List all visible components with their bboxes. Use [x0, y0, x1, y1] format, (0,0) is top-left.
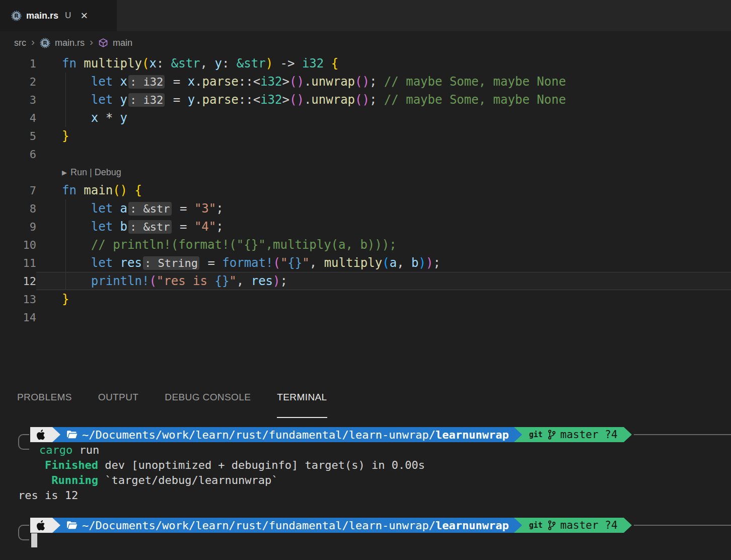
rust-icon: R [40, 38, 50, 48]
code-line-7[interactable]: 7fn main() { [0, 181, 731, 199]
indent-guide [65, 199, 66, 290]
terminal[interactable]: ~/Documents/work/learn/rust/fundamental/… [0, 427, 731, 560]
code-text: let b: &str = "4"; [36, 218, 731, 236]
line-number: 13 [0, 293, 36, 306]
line-number: 14 [0, 311, 36, 324]
line-number: 10 [0, 239, 36, 251]
code-line-6[interactable]: 6 [0, 145, 731, 163]
prompt-os-segment [30, 427, 52, 442]
code-line-9[interactable]: 9 let b: &str = "4"; [0, 218, 731, 236]
inlay-hint: : i32 [128, 75, 165, 89]
code-line-5[interactable]: 5} [0, 127, 731, 145]
code-text: // println!(format!("{}",multiply(a, b))… [36, 236, 731, 254]
code-line-4[interactable]: 4 x * y [0, 109, 731, 127]
rust-icon: R [11, 11, 22, 21]
code-text: x * y [36, 109, 731, 127]
apple-icon [36, 429, 46, 441]
line-number: 2 [0, 76, 36, 88]
code-line-1[interactable]: 1fn multiply(x: &str, y: &str) -> i32 { [0, 54, 731, 73]
terminal-output-line: Finished dev [unoptimized + debuginfo] t… [0, 457, 731, 472]
prompt-frame-bracket [18, 434, 29, 450]
code-text: } [36, 127, 731, 145]
tab-title: main.rs [26, 11, 58, 21]
terminal-cursor-row [0, 533, 731, 548]
breadcrumb-file[interactable]: main.rs [55, 38, 85, 48]
editor-tab-bar: R main.rs U × [0, 0, 731, 31]
terminal-output-line: Running `target/debug/learnunwrap` [0, 472, 731, 487]
code-lens-run-debug[interactable]: ▶Run | Debug [0, 163, 731, 181]
inlay-hint: : i32 [128, 93, 165, 107]
panel-tab-terminal[interactable]: TERMINAL [277, 392, 327, 418]
code-line-8[interactable]: 8 let a: &str = "3"; [0, 199, 731, 218]
terminal-blank-line [0, 503, 731, 518]
prompt-path-current-dir: learnunwrap [435, 519, 509, 532]
code-text: println!("res is {}", res); [36, 272, 731, 290]
prompt-path-current-dir: learnunwrap [435, 429, 509, 441]
breadcrumb-src[interactable]: src [14, 38, 26, 48]
chevron-right-icon: › [89, 37, 94, 48]
git-branch-icon [547, 520, 556, 531]
tab-dirty-indicator: U [65, 11, 71, 21]
code-line-12[interactable]: 12 println!("res is {}", res); [0, 272, 731, 290]
line-number: 12 [0, 275, 36, 288]
powerline-arrow [514, 427, 522, 442]
tab-main-rs[interactable]: R main.rs U × [0, 0, 117, 31]
prompt-path: ~/Documents/work/learn/rust/fundamental/… [82, 519, 509, 532]
line-number: 6 [0, 148, 36, 161]
line-number: 4 [0, 112, 36, 124]
code-line-13[interactable]: 13} [0, 290, 731, 308]
svg-text:R: R [14, 12, 19, 19]
code-text: } [36, 290, 731, 308]
inlay-hint: : &str [128, 220, 171, 234]
line-number: 7 [0, 184, 36, 197]
git-label: git [529, 430, 543, 439]
inlay-hint: : &str [128, 202, 171, 216]
prompt-path: ~/Documents/work/learn/rust/fundamental/… [82, 429, 509, 441]
code-line-11[interactable]: 11 let res: String = format!("{}", multi… [0, 254, 731, 272]
powerline-arrow [624, 427, 632, 442]
code-editor[interactable]: 1fn multiply(x: &str, y: &str) -> i32 {2… [0, 54, 731, 326]
prompt-path-segment: ~/Documents/work/learn/rust/fundamental/… [60, 427, 514, 442]
svg-text:R: R [43, 39, 47, 46]
code-line-14[interactable]: 14 [0, 308, 731, 326]
line-number: 5 [0, 130, 36, 143]
prompt-rule-line [634, 525, 731, 526]
prompt-rule-line [634, 434, 731, 435]
prompt-git-segment: git master ?4 [522, 427, 624, 442]
folder-open-icon [66, 521, 78, 530]
prompt-git-segment: git master ?4 [522, 518, 624, 533]
code-text: fn multiply(x: &str, y: &str) -> i32 { [36, 54, 731, 73]
terminal-command: cargo run [0, 442, 731, 457]
terminal-output-line: res is 12 [0, 487, 731, 503]
powerline-arrow [514, 518, 522, 533]
code-text [36, 145, 731, 163]
close-icon[interactable]: × [81, 10, 88, 22]
rust-icon-slot: R [40, 38, 50, 48]
cube-icon [98, 38, 108, 48]
git-label: git [529, 521, 543, 530]
rust-icon-slot: R [11, 11, 22, 21]
code-line-3[interactable]: 3 let y: i32 = y.parse::<i32>().unwrap()… [0, 91, 731, 109]
panel-tab-debug-console[interactable]: DEBUG CONSOLE [165, 392, 251, 418]
powerline-arrow [624, 518, 632, 533]
prompt-path-segment: ~/Documents/work/learn/rust/fundamental/… [60, 518, 514, 533]
breadcrumb-symbol[interactable]: main [113, 38, 132, 48]
prompt-os-segment [30, 518, 52, 533]
powerline-arrow [52, 427, 60, 442]
folder-open-icon [66, 430, 78, 439]
code-line-10[interactable]: 10 // println!(format!("{}",multiply(a, … [0, 236, 731, 254]
line-number: 8 [0, 202, 36, 215]
prompt-frame-bracket [18, 525, 29, 540]
code-text: fn main() { [36, 181, 731, 199]
panel-tab-output[interactable]: OUTPUT [98, 392, 139, 418]
panel-tab-problems[interactable]: PROBLEMS [17, 392, 72, 418]
code-line-2[interactable]: 2 let x: i32 = x.parse::<i32>().unwrap()… [0, 73, 731, 91]
play-icon[interactable]: ▶ [62, 169, 67, 176]
powerline-arrow [52, 518, 60, 533]
code-text: let a: &str = "3"; [36, 199, 731, 218]
git-branch-status: master ?4 [560, 519, 618, 531]
code-lens-label[interactable]: Run | Debug [70, 167, 121, 178]
code-text: let y: i32 = y.parse::<i32>().unwrap(); … [36, 91, 731, 109]
line-number: 11 [0, 257, 36, 269]
chevron-right-icon: › [31, 37, 35, 48]
